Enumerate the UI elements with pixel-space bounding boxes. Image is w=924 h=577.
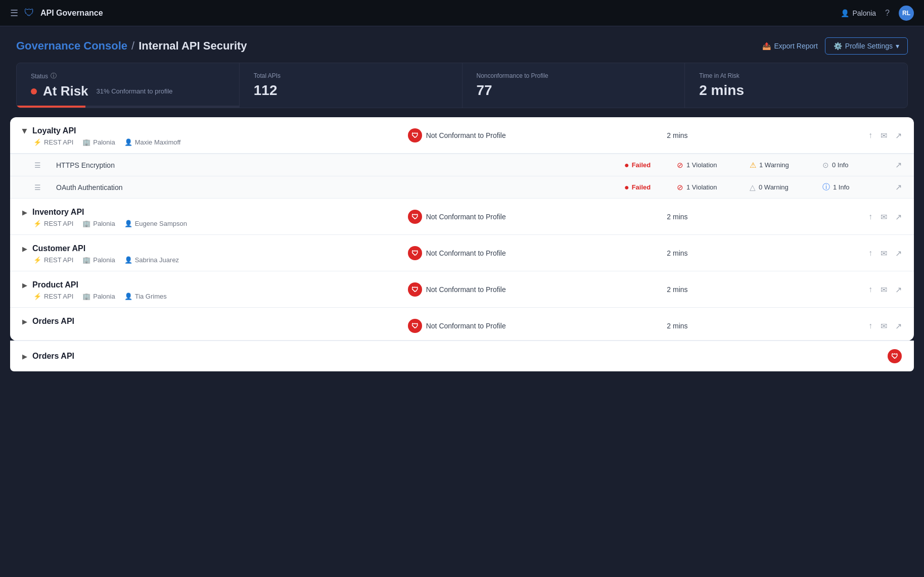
product-conformance-badge: 🛡 Not Conformant to Profile xyxy=(408,282,506,297)
https-info: ⊙ 0 Info xyxy=(822,161,883,170)
loyalty-status-text: Not Conformant to Profile xyxy=(426,131,506,139)
chevron-icon: ▶ xyxy=(21,128,29,133)
inventory-type: ⚡ REST API xyxy=(33,220,73,227)
inventory-type-icon: ⚡ xyxy=(33,220,41,227)
loyalty-time: 2 mins xyxy=(667,131,707,139)
export-icon: 📤 xyxy=(762,42,771,50)
check-icon: ☰ xyxy=(34,161,41,169)
bottom-api-row: ▶ Orders API 🛡 xyxy=(10,341,914,371)
customer-org-icon: 🏢 xyxy=(82,256,90,264)
customer-owner: 👤 Sabrina Juarez xyxy=(124,256,179,264)
orders-status-row: 🛡 Not Conformant to Profile 2 mins ↑ ✉ ↗ xyxy=(408,308,914,340)
top-navigation: ☰ 🛡 API Governance 👤 Palonia ? RL xyxy=(0,0,924,26)
page-header: Governance Console / Internal API Securi… xyxy=(0,26,924,63)
customer-email-icon[interactable]: ✉ xyxy=(881,249,887,258)
oauth-violation-icon: ⊘ xyxy=(677,183,683,192)
inventory-conformance-badge: 🛡 Not Conformant to Profile xyxy=(408,210,506,224)
inventory-api-name: Inventory API xyxy=(32,208,84,217)
detail-row-https: ☰ HTTPS Encryption ● Failed ⊘ 1 Violatio… xyxy=(10,154,914,176)
customer-type-icon: ⚡ xyxy=(33,256,41,264)
main-panel: ▶ Loyalty API ⚡ REST API 🏢 Palonia 👤 Max… xyxy=(10,117,914,341)
gear-icon: ⚙️ xyxy=(834,42,842,50)
status-segment-total: Total APIs 112 xyxy=(240,63,463,108)
inventory-download-icon[interactable]: ↑ xyxy=(868,212,872,221)
inventory-owner: 👤 Eugene Sampson xyxy=(124,220,187,227)
time-risk-label: Time in At Risk xyxy=(699,72,893,79)
status-value: At Risk 31% Conformant to profile xyxy=(31,83,225,99)
customer-external-link-icon[interactable]: ↗ xyxy=(895,249,902,258)
orders-time: 2 mins xyxy=(667,322,707,330)
customer-status-text: Not Conformant to Profile xyxy=(426,249,506,257)
help-icon[interactable]: ? xyxy=(885,9,890,18)
export-report-button[interactable]: 📤 Export Report xyxy=(762,42,817,50)
status-segment-nonconformance: Nonconformance to Profile 77 xyxy=(463,63,685,108)
api-group-orders: ▶ Orders API 🛡 Not Conformant to Profile… xyxy=(10,308,914,341)
profile-settings-button[interactable]: ⚙️ Profile Settings ▾ xyxy=(825,37,908,55)
https-status: ● Failed xyxy=(624,161,665,170)
inventory-api-meta: ⚡ REST API 🏢 Palonia 👤 Eugene Sampson xyxy=(22,220,408,227)
time-risk-value: 2 mins xyxy=(699,82,893,99)
orders-api-header[interactable]: ▶ Orders API xyxy=(22,317,408,328)
customer-chevron-icon: ▶ xyxy=(22,245,27,253)
oauth-info: ⓘ 1 Info xyxy=(822,182,883,192)
product-api-header[interactable]: ▶ Product API xyxy=(22,280,408,293)
info-icon: ⊙ xyxy=(822,161,829,170)
nav-right: 👤 Palonia ? RL xyxy=(841,6,914,21)
customer-download-icon[interactable]: ↑ xyxy=(868,249,872,258)
loyalty-api-header[interactable]: ▶ Loyalty API xyxy=(22,126,408,138)
bottom-chevron-icon: ▶ xyxy=(22,353,27,360)
nonconformance-value: 77 xyxy=(477,82,671,99)
product-type-icon: ⚡ xyxy=(33,293,41,300)
check-icon-oauth: ☰ xyxy=(34,183,41,191)
product-api-meta: ⚡ REST API 🏢 Palonia 👤 Tia Grimes xyxy=(22,293,408,300)
product-org-icon: 🏢 xyxy=(82,293,90,300)
avatar[interactable]: RL xyxy=(899,6,914,21)
inventory-status-row: 🛡 Not Conformant to Profile 2 mins ↑ ✉ ↗ xyxy=(408,199,914,231)
product-chevron-icon: ▶ xyxy=(22,281,27,289)
https-external-link-icon[interactable]: ↗ xyxy=(895,160,902,170)
status-label: Status ⓘ xyxy=(31,72,225,80)
orders-external-link-icon[interactable]: ↗ xyxy=(895,321,902,331)
email-icon[interactable]: ✉ xyxy=(881,131,887,140)
orders-upload-icon[interactable]: ↑ xyxy=(868,321,872,330)
product-download-icon[interactable]: ↑ xyxy=(868,285,872,294)
inventory-api-header[interactable]: ▶ Inventory API xyxy=(22,208,408,220)
status-segment-risk: Status ⓘ At Risk 31% Conformant to profi… xyxy=(17,63,240,108)
oauth-warning-icon: △ xyxy=(750,183,756,192)
api-group-loyalty: ▶ Loyalty API ⚡ REST API 🏢 Palonia 👤 Max… xyxy=(10,117,914,199)
customer-api-header[interactable]: ▶ Customer API xyxy=(22,244,408,256)
product-external-link-icon[interactable]: ↗ xyxy=(895,285,902,295)
external-link-icon[interactable]: ↗ xyxy=(895,131,902,140)
inventory-owner-icon: 👤 xyxy=(124,220,132,227)
hamburger-icon[interactable]: ☰ xyxy=(10,8,18,19)
loyalty-api-meta: ⚡ REST API 🏢 Palonia 👤 Maxie Maximoff xyxy=(22,138,408,146)
product-owner-icon: 👤 xyxy=(124,293,132,300)
shield-broken-icon: 🛡 xyxy=(408,128,422,142)
download-icon[interactable]: ↑ xyxy=(868,131,872,140)
status-bar: Status ⓘ At Risk 31% Conformant to profi… xyxy=(16,63,908,108)
info-icon: ⓘ xyxy=(51,72,57,80)
inventory-email-icon[interactable]: ✉ xyxy=(881,212,887,222)
api-group-customer: ▶ Customer API ⚡ REST API 🏢 Palonia 👤 Sa… xyxy=(10,235,914,271)
api-group-product: ▶ Product API ⚡ REST API 🏢 Palonia 👤 Tia… xyxy=(10,271,914,308)
breadcrumb-link[interactable]: Governance Console xyxy=(16,39,127,53)
customer-status-row: 🛡 Not Conformant to Profile 2 mins ↑ ✉ ↗ xyxy=(408,235,914,267)
brand-name: API Governance xyxy=(40,9,103,18)
customer-api-meta: ⚡ REST API 🏢 Palonia 👤 Sabrina Juarez xyxy=(22,256,408,264)
loyalty-api-name: Loyalty API xyxy=(32,126,76,135)
oauth-external-link-icon[interactable]: ↗ xyxy=(895,182,902,192)
oauth-failed-text: Failed xyxy=(632,183,651,191)
orders-email-icon[interactable]: ✉ xyxy=(881,321,887,331)
https-failed-text: Failed xyxy=(632,161,651,169)
customer-type: ⚡ REST API xyxy=(33,256,73,264)
breadcrumb-separator: / xyxy=(131,39,134,53)
product-email-icon[interactable]: ✉ xyxy=(881,285,887,295)
oauth-info-icon: ⓘ xyxy=(822,182,830,192)
loyalty-detail-rows: ☰ HTTPS Encryption ● Failed ⊘ 1 Violatio… xyxy=(10,154,914,198)
oauth-warnings: △ 0 Warning xyxy=(750,183,810,192)
header-actions: 📤 Export Report ⚙️ Profile Settings ▾ xyxy=(762,37,908,55)
inventory-external-link-icon[interactable]: ↗ xyxy=(895,212,902,222)
https-violations: ⊘ 1 Violation xyxy=(677,161,737,170)
inventory-shield-icon: 🛡 xyxy=(408,210,422,224)
page-title: Internal API Security xyxy=(138,39,247,53)
